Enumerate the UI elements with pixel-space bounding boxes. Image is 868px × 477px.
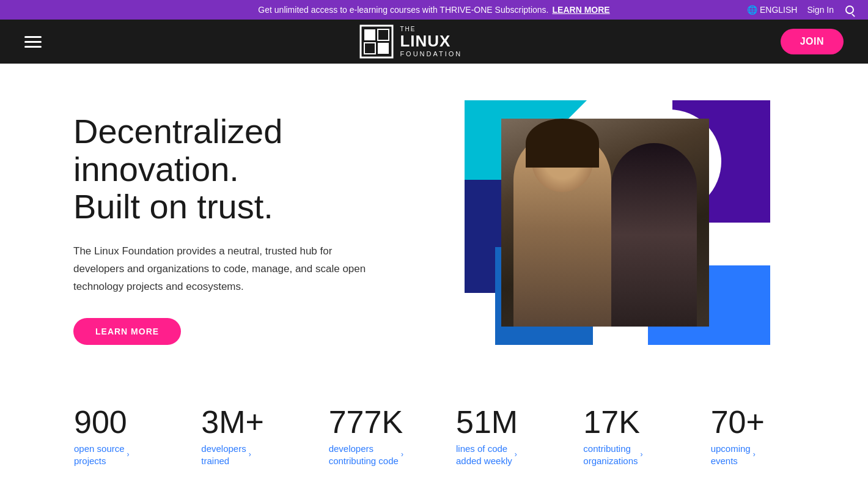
logo-foundation: FOUNDATION — [400, 50, 462, 57]
header: THE LINUX FOUNDATION JOIN — [0, 20, 868, 64]
stat-chevron-5: › — [753, 450, 756, 460]
hamburger-line-3 — [24, 46, 42, 48]
signin-link[interactable]: Sign In — [807, 5, 834, 15]
stat-number-2: 777K — [329, 406, 419, 438]
language-label: ENGLISH — [760, 5, 797, 15]
hamburger-line-2 — [24, 41, 42, 43]
hero-title-line1: Decentralized — [73, 112, 282, 150]
stat-number-4: 17K — [583, 406, 673, 438]
stat-label-text-4: contributingorganizations — [583, 443, 638, 467]
logo[interactable]: THE LINUX FOUNDATION — [359, 24, 462, 59]
join-button[interactable]: JOIN — [781, 29, 844, 54]
hamburger-line-1 — [24, 36, 42, 38]
stat-label-3[interactable]: lines of codeadded weekly› — [456, 443, 546, 467]
stat-chevron-2: › — [401, 450, 403, 460]
top-banner: Get unlimited access to e-learning cours… — [0, 0, 868, 20]
stat-item-5: 70+upcomingevents› — [692, 406, 819, 477]
hero-title-line2: innovation. — [73, 150, 239, 188]
stat-label-4[interactable]: contributingorganizations› — [583, 443, 673, 467]
stat-chevron-4: › — [641, 450, 643, 460]
stat-chevron-0: › — [127, 450, 130, 460]
stat-label-1[interactable]: developerstrained› — [201, 443, 291, 467]
stat-label-5[interactable]: upcomingevents› — [711, 443, 801, 467]
stat-item-0: 900open sourceprojects› — [49, 406, 182, 477]
stat-chevron-3: › — [515, 450, 517, 460]
stat-number-1: 3M+ — [201, 406, 291, 438]
top-banner-right: 🌐 ENGLISH Sign In — [747, 4, 856, 16]
stat-number-0: 900 — [74, 406, 164, 438]
stat-item-4: 17Kcontributingorganizations› — [564, 406, 691, 477]
svg-rect-4 — [378, 43, 389, 54]
stat-label-2[interactable]: developerscontributing code› — [329, 443, 419, 467]
stat-number-5: 70+ — [711, 406, 801, 438]
hero-section: Decentralized innovation. Built on trust… — [0, 64, 868, 382]
stats-bar: 900open sourceprojects›3M+developerstrai… — [0, 382, 868, 477]
banner-text: Get unlimited access to e-learning cours… — [258, 5, 548, 15]
stat-number-3: 51M — [456, 406, 546, 438]
hero-learn-more-button[interactable]: LEARN MORE — [73, 318, 181, 345]
stat-item-1: 3M+developerstrained› — [182, 406, 309, 477]
logo-icon — [359, 24, 394, 59]
hero-left: Decentralized innovation. Built on trust… — [73, 113, 391, 344]
stat-item-3: 51Mlines of codeadded weekly› — [437, 406, 564, 477]
language-selector[interactable]: 🌐 ENGLISH — [747, 5, 797, 15]
stat-label-0[interactable]: open sourceprojects› — [74, 443, 164, 467]
svg-rect-1 — [364, 29, 375, 40]
stat-chevron-1: › — [249, 450, 251, 460]
svg-rect-2 — [364, 43, 375, 54]
svg-rect-3 — [378, 29, 389, 40]
stat-label-text-3: lines of codeadded weekly — [456, 443, 512, 467]
hero-photo — [501, 119, 709, 327]
banner-cta[interactable]: LEARN MORE — [553, 5, 610, 15]
hamburger-menu[interactable] — [24, 36, 42, 48]
stat-item-2: 777Kdeveloperscontributing code› — [310, 406, 437, 477]
stat-label-text-5: upcomingevents — [711, 443, 751, 467]
logo-text: THE LINUX FOUNDATION — [400, 26, 462, 57]
search-icon[interactable] — [844, 4, 856, 16]
hero-title-line3: Built on trust. — [73, 187, 273, 226]
globe-icon: 🌐 — [747, 5, 757, 15]
stat-label-text-0: open sourceprojects — [74, 443, 125, 467]
stat-label-text-1: developerstrained — [201, 443, 246, 467]
logo-linux: LINUX — [400, 32, 462, 50]
hero-description: The Linux Foundation provides a neutral,… — [73, 243, 367, 296]
stat-label-text-2: developerscontributing code — [329, 443, 399, 467]
hero-title: Decentralized innovation. Built on trust… — [73, 113, 391, 226]
hero-right — [428, 100, 795, 357]
